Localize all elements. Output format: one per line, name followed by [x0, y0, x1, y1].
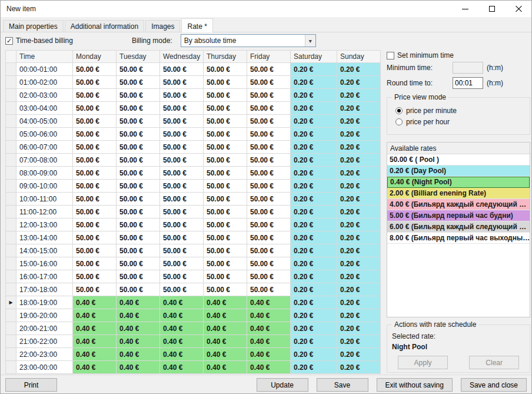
rate-cell[interactable]: 50.00 € — [160, 180, 204, 193]
rate-cell[interactable]: 50.00 € — [204, 167, 247, 180]
minimize-button[interactable] — [452, 1, 478, 17]
time-cell[interactable]: 09:00-10:00 — [16, 180, 73, 193]
rate-cell[interactable]: 0.20 € — [291, 141, 337, 154]
rate-cell[interactable]: 0.20 € — [337, 244, 381, 257]
rate-cell[interactable]: 50.00 € — [160, 167, 204, 180]
rate-cell[interactable]: 50.00 € — [247, 231, 291, 244]
rate-cell[interactable]: 0.20 € — [337, 89, 381, 102]
rate-cell[interactable]: 50.00 € — [204, 193, 247, 206]
rate-cell[interactable]: 0.40 € — [247, 296, 291, 309]
rate-cell[interactable]: 0.40 € — [160, 361, 204, 374]
time-cell[interactable]: 23:00-00:00 — [16, 361, 73, 374]
rate-cell[interactable]: 0.20 € — [291, 63, 337, 76]
rate-cell[interactable]: 50.00 € — [204, 102, 247, 115]
rate-cell[interactable]: 0.20 € — [337, 63, 381, 76]
rate-cell[interactable]: 50.00 € — [160, 76, 204, 89]
rate-cell[interactable]: 0.20 € — [337, 335, 381, 348]
rate-cell[interactable]: 50.00 € — [73, 141, 117, 154]
rate-cell[interactable]: 50.00 € — [73, 180, 117, 193]
time-cell[interactable]: 13:00-14:00 — [16, 231, 73, 244]
row-selector[interactable] — [6, 193, 16, 206]
rate-cell[interactable]: 50.00 € — [73, 102, 117, 115]
rate-cell[interactable]: 50.00 € — [117, 283, 160, 296]
rate-cell[interactable]: 50.00 € — [73, 63, 117, 76]
rate-cell[interactable]: 0.20 € — [291, 154, 337, 167]
time-cell[interactable]: 15:00-16:00 — [16, 257, 73, 270]
rate-cell[interactable]: 50.00 € — [73, 167, 117, 180]
rate-cell[interactable]: 0.20 € — [337, 322, 381, 335]
rate-cell[interactable]: 50.00 € — [247, 115, 291, 128]
clear-button[interactable]: Clear — [469, 356, 519, 369]
rate-cell[interactable]: 0.20 € — [337, 283, 381, 296]
rate-cell[interactable]: 50.00 € — [73, 270, 117, 283]
rate-cell[interactable]: 50.00 € — [204, 206, 247, 218]
rate-cell[interactable]: 50.00 € — [160, 63, 204, 76]
rate-cell[interactable]: 50.00 € — [160, 128, 204, 141]
tab-additional-information[interactable]: Additional information — [65, 20, 144, 32]
rate-cell[interactable]: 50.00 € — [117, 244, 160, 257]
rate-cell[interactable]: 0.40 € — [160, 309, 204, 322]
time-cell[interactable]: 05:00-06:00 — [16, 128, 73, 141]
rate-cell[interactable]: 50.00 € — [160, 206, 204, 218]
rate-cell[interactable]: 50.00 € — [117, 206, 160, 218]
rate-cell[interactable]: 0.40 € — [117, 309, 160, 322]
rate-list-item[interactable]: 0.40 € (Night Pool) — [387, 177, 530, 188]
rate-cell[interactable]: 50.00 € — [117, 270, 160, 283]
rate-cell[interactable]: 0.20 € — [337, 193, 381, 206]
rate-cell[interactable]: 0.20 € — [291, 76, 337, 89]
rate-list-item[interactable]: 5.00 € (Бильярд первый час будни) — [387, 210, 530, 221]
rate-cell[interactable]: 50.00 € — [117, 231, 160, 244]
rate-cell[interactable]: 50.00 € — [204, 257, 247, 270]
rate-cell[interactable]: 0.40 € — [160, 348, 204, 361]
rate-cell[interactable]: 50.00 € — [160, 231, 204, 244]
apply-button[interactable]: Apply — [398, 356, 448, 369]
time-cell[interactable]: 22:00-23:00 — [16, 348, 73, 361]
rate-cell[interactable]: 0.20 € — [291, 361, 337, 374]
rate-cell[interactable]: 50.00 € — [160, 193, 204, 206]
rate-cell[interactable]: 0.40 € — [204, 322, 247, 335]
rate-cell[interactable]: 50.00 € — [204, 89, 247, 102]
rate-cell[interactable]: 0.20 € — [337, 361, 381, 374]
rate-cell[interactable]: 50.00 € — [117, 115, 160, 128]
update-button[interactable]: Update — [257, 378, 308, 392]
rate-cell[interactable]: 50.00 € — [73, 89, 117, 102]
rate-cell[interactable]: 50.00 € — [117, 128, 160, 141]
rate-cell[interactable]: 50.00 € — [160, 102, 204, 115]
rate-cell[interactable]: 0.20 € — [337, 309, 381, 322]
rate-cell[interactable]: 50.00 € — [73, 244, 117, 257]
rate-cell[interactable]: 50.00 € — [117, 102, 160, 115]
rate-cell[interactable]: 0.40 € — [247, 309, 291, 322]
rate-cell[interactable]: 0.40 € — [73, 296, 117, 309]
rate-cell[interactable]: 0.40 € — [73, 361, 117, 374]
rate-list-item[interactable]: 50.00 € ( Pool ) — [387, 154, 530, 165]
rate-cell[interactable]: 50.00 € — [247, 218, 291, 231]
save-and-close-button[interactable]: Save and close — [461, 378, 527, 392]
exit-without-saving-button[interactable]: Exit without saving — [377, 378, 453, 392]
rate-cell[interactable]: 0.20 € — [337, 167, 381, 180]
rate-cell[interactable]: 50.00 € — [204, 63, 247, 76]
rate-cell[interactable]: 0.20 € — [291, 348, 337, 361]
column-header-tuesday[interactable]: Tuesday — [117, 51, 160, 63]
rate-cell[interactable]: 0.40 € — [117, 296, 160, 309]
rate-list-item[interactable]: 8.00 € (Бильярд первый час выходны… — [387, 233, 530, 244]
rate-cell[interactable]: 50.00 € — [247, 257, 291, 270]
rate-cell[interactable]: 0.20 € — [337, 348, 381, 361]
rate-cell[interactable]: 50.00 € — [247, 102, 291, 115]
radio-price-per-minute[interactable]: price per minute — [395, 105, 525, 116]
rate-cell[interactable]: 0.20 € — [291, 167, 337, 180]
rate-cell[interactable]: 0.20 € — [291, 206, 337, 218]
time-cell[interactable]: 06:00-07:00 — [16, 141, 73, 154]
row-selector[interactable] — [6, 361, 16, 374]
rate-cell[interactable]: 50.00 € — [117, 154, 160, 167]
rate-cell[interactable]: 0.20 € — [337, 180, 381, 193]
rate-cell[interactable]: 0.20 € — [291, 244, 337, 257]
rate-cell[interactable]: 50.00 € — [160, 283, 204, 296]
rate-cell[interactable]: 0.40 € — [117, 322, 160, 335]
rate-cell[interactable]: 0.40 € — [247, 348, 291, 361]
time-cell[interactable]: 14:00-15:00 — [16, 244, 73, 257]
column-header-saturday[interactable]: Saturday — [291, 51, 337, 63]
rate-cell[interactable]: 50.00 € — [247, 89, 291, 102]
rate-cell[interactable]: 0.40 € — [204, 361, 247, 374]
rate-cell[interactable]: 0.40 € — [204, 296, 247, 309]
radio-price-per-hour[interactable]: price per hour — [395, 116, 525, 127]
